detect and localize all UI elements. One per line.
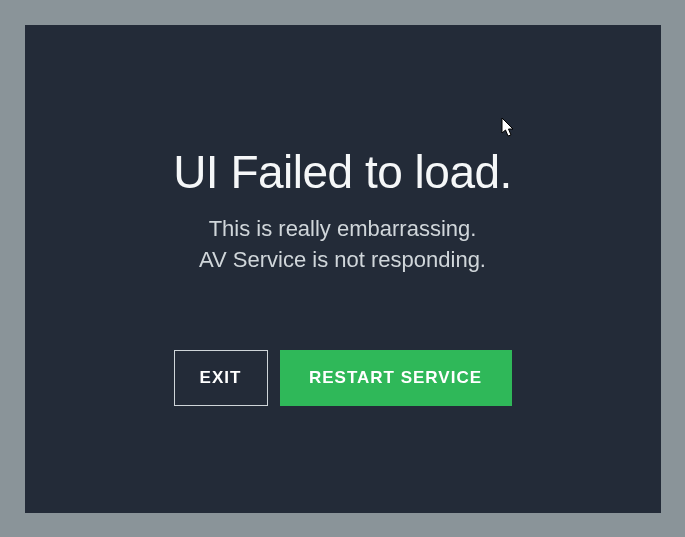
dialog-subtitle-line2: AV Service is not responding. — [199, 244, 486, 276]
error-dialog: UI Failed to load. This is really embarr… — [25, 25, 661, 513]
exit-button[interactable]: EXIT — [174, 350, 268, 406]
restart-service-button[interactable]: RESTART SERVICE — [280, 350, 512, 406]
button-row: EXIT RESTART SERVICE — [174, 350, 512, 406]
dialog-subtitle-line1: This is really embarrassing. — [209, 213, 477, 245]
dialog-title: UI Failed to load. — [173, 145, 512, 199]
